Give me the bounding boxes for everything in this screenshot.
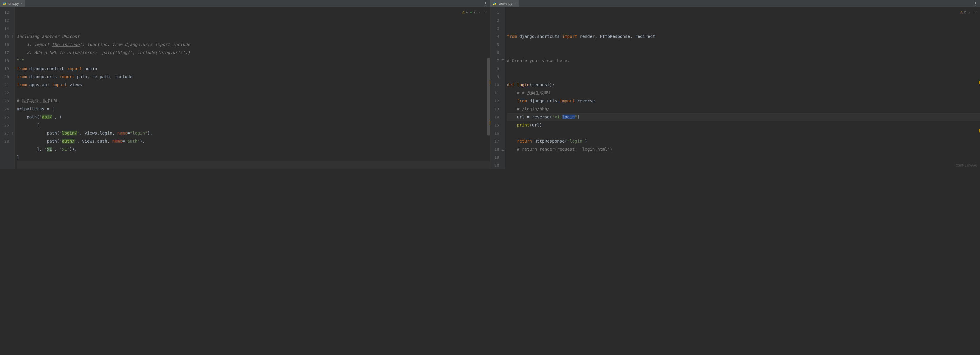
code-line[interactable]: [	[17, 121, 490, 129]
code-line[interactable]: from django.urls import reverse	[507, 97, 980, 105]
line-number: 16	[0, 41, 9, 49]
code-line[interactable]	[507, 65, 980, 73]
line-number: 15	[0, 32, 9, 41]
code-area[interactable]: ⚠ 2 ︿ ﹀ from django.shortcuts import ren…	[505, 7, 980, 169]
tab-menu-icon[interactable]: ⋮	[481, 1, 490, 6]
next-issue-icon[interactable]: ﹀	[974, 8, 977, 16]
line-number: 14	[0, 24, 9, 32]
line-number: 20	[490, 161, 499, 169]
code-line[interactable]: ], 'x1', 'x1')),	[17, 145, 490, 153]
line-number-gutter: 1213141516171819202122232425262728	[0, 7, 11, 169]
warning-indicator[interactable]: ⚠ 2	[960, 8, 966, 16]
fold-toggle-icon[interactable]: −	[502, 148, 504, 151]
line-number: 13	[490, 105, 499, 113]
tab-filename: views.py	[499, 2, 512, 6]
line-number: 5	[490, 41, 499, 49]
python-file-icon	[493, 2, 497, 6]
line-number: 12	[0, 8, 9, 16]
editor-pane-right: views.py × ⋮ 123456789101112131415161718…	[490, 0, 980, 169]
code-line[interactable]: 2. Add a URL to urlpatterns: path('blog/…	[17, 49, 490, 57]
tab-filename: urls.py	[8, 2, 19, 6]
tab-views-py[interactable]: views.py ×	[490, 0, 519, 7]
python-file-icon	[2, 2, 6, 6]
line-number: 9	[490, 73, 499, 81]
vertical-scrollbar[interactable]	[487, 7, 490, 169]
code-line[interactable]	[17, 161, 490, 169]
inspection-indicators[interactable]: ⚠ 2 ︿ ﹀	[959, 8, 978, 16]
line-number: 8	[490, 65, 499, 73]
code-line[interactable]	[17, 89, 490, 97]
line-number: 12	[490, 97, 499, 105]
warning-indicator[interactable]: ⚠ 4	[462, 8, 468, 16]
code-line[interactable]	[507, 129, 980, 137]
fold-toggle-icon[interactable]: −	[502, 59, 504, 62]
line-number: 24	[0, 105, 9, 113]
line-number: 13	[0, 16, 9, 24]
code-line[interactable]	[507, 153, 980, 161]
code-line[interactable]: """	[17, 57, 490, 65]
line-number: 16	[490, 129, 499, 137]
code-line[interactable]	[507, 161, 980, 169]
check-indicator[interactable]: ✔ 2	[470, 8, 476, 16]
fold-gutter[interactable]	[11, 7, 15, 169]
code-line[interactable]: # /login/hhh/	[507, 105, 980, 113]
fold-end-marker	[13, 132, 13, 135]
line-number: 4	[490, 32, 499, 41]
code-line[interactable]: path('api/', (	[17, 113, 490, 121]
code-line[interactable]: urlpatterns = [	[17, 105, 490, 113]
line-number: 18	[0, 57, 9, 65]
fold-gutter[interactable]: −−	[501, 7, 505, 169]
code-line[interactable]: from apps.api import views	[17, 81, 490, 89]
line-number: 6	[490, 49, 499, 57]
code-line[interactable]	[507, 41, 980, 49]
code-line[interactable]: def login(request):	[507, 81, 980, 89]
line-number: 19	[0, 65, 9, 73]
close-icon[interactable]: ×	[514, 2, 516, 6]
code-area[interactable]: ⚠ 4 ✔ 2 ︿ ﹀ Including another URLconf 1.…	[15, 7, 490, 169]
scrollbar-thumb[interactable]	[487, 58, 490, 135]
tab-menu-icon[interactable]: ⋮	[971, 1, 980, 6]
tab-urls-py[interactable]: urls.py ×	[0, 0, 25, 7]
next-issue-icon[interactable]: ﹀	[484, 8, 487, 16]
line-number: 7	[490, 57, 499, 65]
code-line[interactable]: url = reverse("x1:login")	[507, 113, 980, 121]
line-number: 17	[490, 137, 499, 145]
line-number: 21	[0, 81, 9, 89]
code-line[interactable]: from django.shortcuts import render, Htt…	[507, 32, 980, 41]
watermark-text: CSDN @亦向枫	[956, 164, 977, 168]
inspection-indicators[interactable]: ⚠ 4 ✔ 2 ︿ ﹀	[461, 8, 487, 16]
code-line[interactable]: path('login/', views.login, name="login"…	[17, 129, 490, 137]
code-line[interactable]: path('auth/', views.auth, name='auth'),	[17, 137, 490, 145]
line-number: 17	[0, 49, 9, 57]
line-number: 26	[0, 121, 9, 129]
line-number: 2	[490, 16, 499, 24]
code-line[interactable]: print(url)	[507, 121, 980, 129]
code-line[interactable]: ]	[17, 153, 490, 161]
code-line[interactable]: 1. Import the include() function: from d…	[17, 41, 490, 49]
line-number: 11	[490, 89, 499, 97]
code-line[interactable]	[507, 49, 980, 57]
code-line[interactable]: from django.contrib import admin	[17, 65, 490, 73]
line-number: 14	[490, 113, 499, 121]
close-icon[interactable]: ×	[21, 2, 23, 6]
code-line[interactable]: # return render(request, 'login.html')	[507, 145, 980, 153]
tab-bar-left: urls.py × ⋮	[0, 0, 490, 7]
change-marker	[979, 81, 980, 84]
prev-issue-icon[interactable]: ︿	[478, 8, 481, 16]
code-line[interactable]: # # 反向生成URL	[507, 89, 980, 97]
code-line[interactable]: # 很多功能，很多URL	[17, 97, 490, 105]
line-number: 15	[490, 121, 499, 129]
code-line[interactable]	[507, 73, 980, 81]
code-line[interactable]: Including another URLconf	[17, 32, 490, 41]
prev-issue-icon[interactable]: ︿	[968, 8, 971, 16]
line-number: 19	[490, 153, 499, 161]
code-editor-left[interactable]: 1213141516171819202122232425262728 ⚠ 4 ✔…	[0, 7, 490, 169]
line-number: 25	[0, 113, 9, 121]
code-line[interactable]: # Create your views here.	[507, 57, 980, 65]
line-number: 23	[0, 97, 9, 105]
code-line[interactable]: from django.urls import path, re_path, i…	[17, 73, 490, 81]
code-editor-right[interactable]: 1234567891011121314151617181920 −− ⚠ 2 ︿…	[490, 7, 980, 169]
editor-pane-left: urls.py × ⋮ 1213141516171819202122232425…	[0, 0, 490, 169]
line-number: 10	[490, 81, 499, 89]
code-line[interactable]: return HttpResponse("login")	[507, 137, 980, 145]
